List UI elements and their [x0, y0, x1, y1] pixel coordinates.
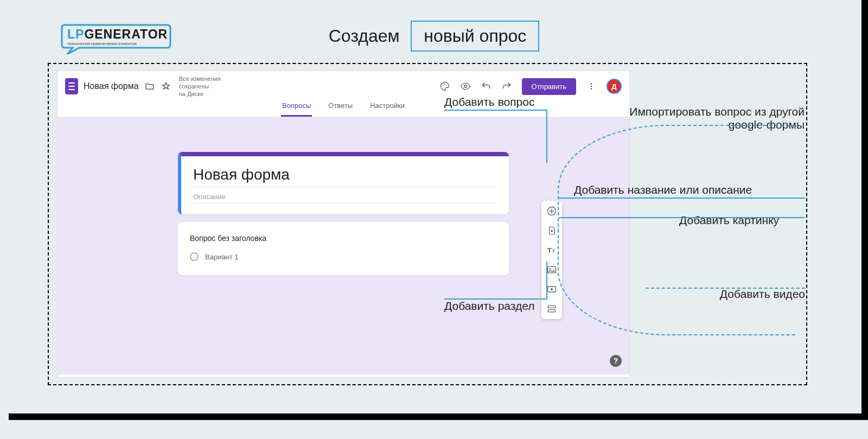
form-description-input[interactable]: Описание	[193, 193, 497, 203]
annotation-add-image: Добавить картинку	[679, 214, 779, 227]
forms-logo-icon[interactable]	[65, 78, 78, 94]
heading-boxed: новый опрос	[411, 21, 539, 52]
save-status: Все изменения сохранены на Диске	[179, 75, 244, 98]
radio-icon	[190, 252, 199, 261]
svg-point-0	[442, 85, 443, 86]
undo-icon[interactable]	[481, 81, 492, 92]
add-section-button[interactable]	[546, 303, 558, 315]
tab-answers[interactable]: Ответы	[327, 101, 354, 117]
add-video-button[interactable]	[546, 283, 558, 295]
svg-point-1	[444, 84, 445, 85]
annotation-add-question: Добавить вопрос	[444, 96, 534, 109]
shadow-bottom	[9, 413, 868, 420]
option-label[interactable]: Вариант 1	[205, 253, 239, 261]
form-title-card[interactable]: Новая форма Описание	[178, 152, 509, 214]
palette-icon[interactable]	[439, 81, 450, 92]
tab-questions[interactable]: Вопросы	[281, 101, 312, 117]
add-question-button[interactable]	[546, 205, 558, 217]
forms-header: Новая форма Все изменения сохранены на Д…	[58, 71, 629, 101]
annotation-line-dashed	[646, 288, 805, 289]
stage: LPGENERATOR технологии привлечения клиен…	[0, 0, 868, 439]
add-image-button[interactable]	[546, 264, 558, 276]
folder-icon[interactable]	[144, 81, 155, 92]
help-icon[interactable]: ?	[610, 355, 622, 367]
svg-text:T: T	[547, 246, 552, 255]
annotation-add-section: Добавить раздел	[444, 300, 534, 313]
google-forms-window: Новая форма Все изменения сохранены на Д…	[57, 71, 630, 378]
svg-text:T: T	[552, 249, 555, 254]
annotation-line	[559, 198, 805, 199]
send-button[interactable]: Отправить	[522, 78, 576, 95]
form-canvas: Новая форма Описание Вопрос без заголовк…	[58, 117, 629, 374]
form-name[interactable]: Новая форма	[84, 81, 139, 91]
annotation-line	[546, 110, 547, 163]
annotation-line	[444, 298, 547, 300]
svg-point-3	[464, 85, 467, 88]
annotation-line	[546, 262, 547, 300]
header-actions: Отправить Д	[439, 78, 622, 95]
svg-rect-16	[548, 310, 555, 312]
star-icon[interactable]	[161, 81, 171, 92]
redo-icon[interactable]	[501, 81, 512, 92]
svg-point-4	[591, 83, 592, 85]
tab-settings[interactable]: Настройки	[369, 101, 406, 117]
form-title-input[interactable]: Новая форма	[193, 166, 497, 187]
import-questions-button[interactable]	[546, 225, 558, 237]
preview-icon[interactable]	[460, 81, 471, 92]
more-icon[interactable]	[586, 81, 597, 92]
add-title-button[interactable]: TT	[546, 244, 558, 256]
svg-point-6	[591, 88, 592, 90]
question-card[interactable]: Вопрос без заголовка Вариант 1	[178, 222, 509, 275]
svg-point-13	[549, 268, 551, 270]
heading-plain: Создаем	[329, 26, 400, 46]
svg-rect-15	[548, 306, 555, 308]
avatar[interactable]: Д	[607, 79, 622, 94]
svg-point-5	[591, 86, 592, 87]
annotation-add-title: Добавить название или описание	[574, 183, 752, 196]
page-heading: Создаем новый опрос	[0, 21, 868, 52]
shadow-right	[861, 0, 868, 420]
question-title[interactable]: Вопрос без заголовка	[190, 234, 497, 243]
annotation-line	[559, 217, 805, 218]
annotation-line	[444, 110, 547, 111]
svg-point-2	[446, 85, 447, 86]
question-option-1[interactable]: Вариант 1	[190, 252, 497, 261]
